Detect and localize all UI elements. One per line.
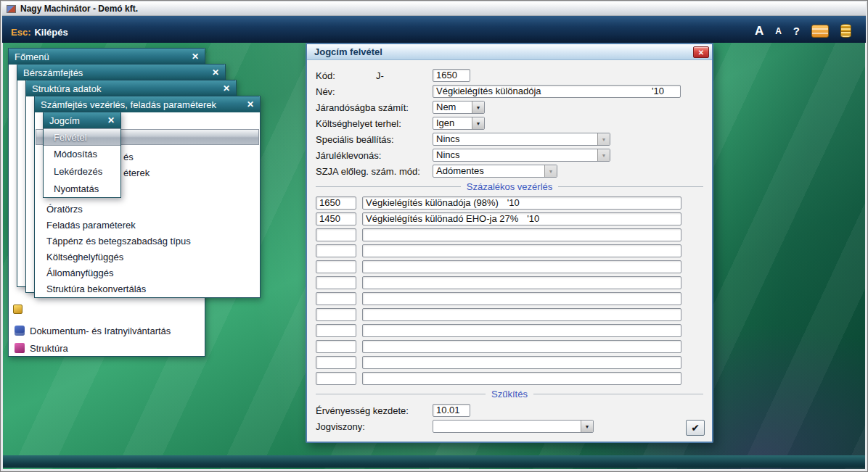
grid-name-input[interactable] xyxy=(362,356,681,369)
chevron-down-icon[interactable]: ▼ xyxy=(581,421,593,432)
jarandosag-dropdown[interactable]: Nem ▼ xyxy=(433,101,485,114)
jogviszony-row: Jogviszony: ▼ xyxy=(316,420,703,433)
grid-code-input[interactable] xyxy=(316,260,356,273)
kod-label: Kód: xyxy=(316,70,376,81)
panel-berszamfejtes-header[interactable]: Bérszámfejtés ✕ xyxy=(17,65,225,80)
specialis-value: Nincs xyxy=(433,133,597,145)
grid-name-suffix: '10 xyxy=(507,197,520,209)
grid-name-input[interactable] xyxy=(362,308,681,321)
grid-name-input[interactable]: Végkielégítés különadója (98%) '10 xyxy=(362,196,681,210)
section-szazalekos-vezerles: Százalékos vezérlés xyxy=(316,181,703,191)
close-icon[interactable]: ✕ xyxy=(218,83,230,94)
grid-name-input[interactable] xyxy=(362,340,681,353)
grid-row xyxy=(316,308,703,321)
grid-name-input[interactable]: Végkielégítés különadó EHO-ja 27% '10 xyxy=(362,212,681,225)
grid-code-input[interactable] xyxy=(316,276,356,289)
menu-item-allomanyfugges[interactable]: Állományfüggés xyxy=(35,266,260,281)
ervenyesseg-label: Érvényesség kezdete: xyxy=(316,405,433,416)
grid-name-input[interactable] xyxy=(362,276,681,289)
chevron-down-icon[interactable]: ▼ xyxy=(472,117,484,129)
grid-row: 1450 Végkielégítés különadó EHO-ja 27% '… xyxy=(316,212,703,225)
confirm-button[interactable]: ✔ xyxy=(686,420,705,436)
close-icon[interactable]: ✕ xyxy=(242,99,254,109)
kod-row: Kód: J- 1650 xyxy=(316,69,703,82)
nev-input[interactable]: Végkielégítés különadója '10 xyxy=(433,85,681,98)
menu-item-struktura[interactable]: Struktúra xyxy=(12,340,203,356)
grid-row xyxy=(316,356,703,369)
menu-item-tappenz[interactable]: Táppénz és betegszabadság típus xyxy=(35,234,260,249)
coins-icon[interactable] xyxy=(840,24,851,38)
grid-row xyxy=(316,244,703,257)
chevron-down-icon: ▼ xyxy=(597,133,610,145)
exit-command[interactable]: Esc:Kilépés xyxy=(11,27,68,38)
menu-item-struktura-bekonvertalas[interactable]: Struktúra bekonvertálás xyxy=(35,282,260,297)
menu-item-label: Táppénz és betegszabadság típus xyxy=(46,236,191,247)
grid-code-input[interactable] xyxy=(316,340,356,353)
panel-jogcim-header[interactable]: Jogcím ✕ xyxy=(44,112,120,128)
font-decrease-button[interactable]: A xyxy=(775,27,782,36)
menu-item-dokumentum[interactable]: Dokumentum- és Iratnyilvántartás xyxy=(12,323,203,339)
grid-name-input[interactable] xyxy=(362,324,681,337)
grid-name-input[interactable] xyxy=(362,292,681,305)
close-icon[interactable]: ✕ xyxy=(187,51,199,62)
szja-row: SZJA előleg. szám. mód: Adómentes ▼ xyxy=(316,165,703,178)
koltseghely-label: Költséghelyet terhel: xyxy=(316,118,433,129)
grid-name-value: Végkielégítés különadó EHO-ja 27% xyxy=(366,213,518,225)
jarulek-dropdown: Nincs ▼ xyxy=(433,149,610,162)
ervenyesseg-input[interactable]: 10.01 xyxy=(433,404,470,417)
panel-szamfejtes-title: Számfejtés vezérlés, feladás paraméterek xyxy=(41,99,242,110)
dialog-body: Kód: J- 1650 Név: Végkielégítés különadó… xyxy=(307,60,712,442)
notes-icon[interactable] xyxy=(811,25,829,38)
chevron-down-icon[interactable]: ▼ xyxy=(472,102,484,113)
menu-item-feladas-parameterek[interactable]: Feladás paraméterek xyxy=(35,218,260,233)
grid-name-input[interactable] xyxy=(362,228,681,241)
grid-code-input[interactable]: 1450 xyxy=(316,212,356,225)
bottom-band xyxy=(3,455,865,468)
exit-label: Kilépés xyxy=(34,27,67,38)
font-increase-button[interactable]: A xyxy=(755,25,763,37)
koltseghely-dropdown[interactable]: Igen ▼ xyxy=(433,117,485,130)
grid-row xyxy=(316,276,703,289)
dialog-close-button[interactable]: ✕ xyxy=(693,46,709,58)
menu-item-label: és xyxy=(123,152,134,162)
panel-fomenu-header[interactable]: Főmenü ✕ xyxy=(9,49,205,65)
grid-row xyxy=(316,340,703,353)
menu-item-label: Felvétel xyxy=(54,132,87,143)
grid-code-input[interactable]: 1650 xyxy=(316,196,356,210)
menu-item-modositas[interactable]: Módosítás xyxy=(44,146,120,163)
close-icon[interactable]: ✕ xyxy=(208,67,219,78)
grid-code-input[interactable] xyxy=(316,228,356,241)
kod-input[interactable]: 1650 xyxy=(433,69,470,82)
toolbar-right-group: A A ? xyxy=(755,24,851,38)
grid-code-input[interactable] xyxy=(316,292,356,305)
menu-item-felvetel[interactable]: Felvétel xyxy=(44,128,120,146)
grid-name-input[interactable] xyxy=(362,260,681,273)
grid-code-input[interactable] xyxy=(316,324,356,337)
grid-code-input[interactable] xyxy=(316,372,356,385)
panel-jogcim: Jogcím ✕ Felvétel Módosítás Lekérdezés N… xyxy=(43,112,121,198)
grid-code-input[interactable] xyxy=(316,244,356,257)
jogviszony-dropdown[interactable]: ▼ xyxy=(433,420,594,433)
panel-szamfejtes-header[interactable]: Számfejtés vezérlés, feladás paraméterek… xyxy=(35,96,260,112)
panel-struktura-adatok-header[interactable]: Struktúra adatok ✕ xyxy=(26,80,236,96)
check-icon: ✔ xyxy=(691,422,700,434)
nev-label: Név: xyxy=(316,86,433,97)
close-icon[interactable]: ✕ xyxy=(103,115,115,125)
titlebar[interactable]: Nagy Machinátor - Demó kft. xyxy=(2,2,866,16)
help-button[interactable]: ? xyxy=(793,25,800,36)
menu-item-oratorzs[interactable]: Óratörzs xyxy=(35,202,260,217)
szja-value: Adómentes xyxy=(433,165,544,177)
grid-name-input[interactable] xyxy=(362,244,681,257)
grid-name-value: Végkielégítés különadója (98%) xyxy=(366,197,499,209)
dialog-titlebar[interactable]: Jogcím felvétel ✕ xyxy=(307,44,712,60)
jarandosag-label: Járandóságba számít: xyxy=(316,102,433,113)
kod-prefix: J- xyxy=(376,70,433,81)
grid-name-input[interactable] xyxy=(362,372,681,385)
menu-item-label: Feladás paraméterek xyxy=(46,220,136,231)
grid-code-input[interactable] xyxy=(316,308,356,321)
jogviszony-label: Jogviszony: xyxy=(316,421,433,432)
menu-item-lekerdezes[interactable]: Lekérdezés xyxy=(44,163,120,181)
menu-item-nyomtatas[interactable]: Nyomtatás xyxy=(44,181,120,197)
grid-code-input[interactable] xyxy=(316,356,356,369)
menu-item-koltseghelyfugges[interactable]: Költséghelyfüggés xyxy=(35,250,260,265)
